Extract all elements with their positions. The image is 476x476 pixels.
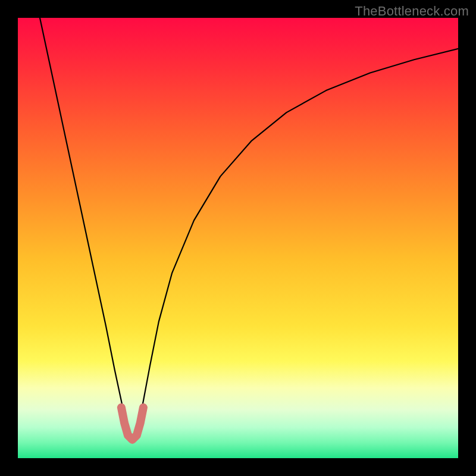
plot-area — [18, 18, 458, 458]
chart-frame: TheBottleneck.com — [0, 0, 476, 476]
gradient-background — [18, 18, 458, 458]
watermark-text: TheBottleneck.com — [355, 4, 469, 19]
chart-svg — [18, 18, 458, 458]
